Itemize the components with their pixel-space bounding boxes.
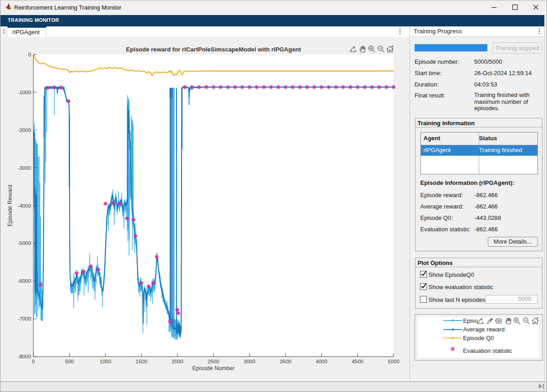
svg-text:-8000: -8000 <box>18 354 31 359</box>
svg-text:1000: 1000 <box>100 359 111 364</box>
svg-text:1500: 1500 <box>136 359 147 364</box>
svg-text:500: 500 <box>65 359 74 364</box>
svg-text:2000: 2000 <box>172 359 183 364</box>
svg-text:-3000: -3000 <box>18 165 31 171</box>
svg-text:-6000: -6000 <box>18 278 31 284</box>
svg-text:-2000: -2000 <box>18 127 31 133</box>
svg-text:Episode Number: Episode Number <box>192 365 235 372</box>
svg-text:2500: 2500 <box>208 359 219 364</box>
svg-text:5000: 5000 <box>388 359 400 364</box>
svg-text:-4000: -4000 <box>18 203 31 209</box>
svg-text:0: 0 <box>32 359 35 364</box>
svg-text:3500: 3500 <box>280 359 292 364</box>
svg-text:4000: 4000 <box>316 359 328 364</box>
svg-text:Episode Reward: Episode Reward <box>7 185 13 227</box>
svg-text:0: 0 <box>28 52 31 57</box>
svg-text:-1000: -1000 <box>18 90 31 95</box>
svg-text:3000: 3000 <box>244 359 256 364</box>
svg-text:Episode reward for rlCartPoleS: Episode reward for rlCartPoleSimscapeMod… <box>126 46 301 53</box>
svg-text:-5000: -5000 <box>18 240 31 246</box>
svg-text:-7000: -7000 <box>18 316 31 321</box>
svg-text:4500: 4500 <box>352 359 364 364</box>
